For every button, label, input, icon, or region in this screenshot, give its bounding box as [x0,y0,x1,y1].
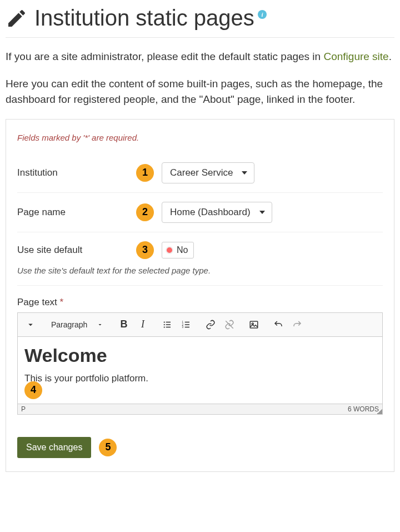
required-marker: * [60,297,64,307]
intro-text-post: . [389,51,392,62]
image-button[interactable] [246,316,262,333]
use-default-toggle[interactable]: No [162,242,194,258]
page-title: Institution static pages [34,6,254,31]
form-panel: Fields marked by '*' are required. Insti… [6,119,394,472]
chevron-down-icon [97,321,103,328]
page-name-select-value: Home (Dashboard) [170,207,251,217]
edit-icon [6,7,28,29]
redo-icon [292,320,302,330]
undo-icon [273,320,283,330]
use-default-value: No [177,245,188,255]
institution-row: Institution 1 Career Service [17,153,383,193]
institution-select[interactable]: Career Service [162,162,254,183]
editor-toolbar: Paragraph B I 123 [18,313,382,337]
institution-select-value: Career Service [170,167,233,178]
italic-button[interactable]: I [134,316,151,333]
step-marker-3: 3 [136,241,154,259]
use-default-help: Use the site's default text for the sele… [17,266,383,286]
page-name-select[interactable]: Home (Dashboard) [162,202,272,223]
chevron-down-icon [26,320,36,330]
save-row: Save changes 5 [17,437,383,458]
svg-point-0 [164,321,165,322]
editor-content[interactable]: Welcome This is your portfolio platform.… [18,337,382,404]
resize-handle[interactable] [377,409,382,414]
use-default-label: Use site default [17,245,128,256]
rich-text-editor: Paragraph B I 123 [17,312,383,415]
redo-button[interactable] [289,316,306,333]
svg-rect-5 [166,326,171,327]
bullet-list-icon [162,320,172,330]
image-icon [249,320,259,330]
toggle-indicator-icon [166,246,173,254]
institution-label: Institution [17,167,128,178]
word-count: 6 WORDS [348,405,379,413]
bullet-list-button[interactable] [159,316,176,333]
page-text-label: Page text * [17,297,383,308]
editor-statusbar: P 6 WORDS [18,404,382,414]
svg-rect-13 [250,321,258,328]
step-marker-1: 1 [136,164,154,182]
svg-point-2 [164,324,165,325]
bold-button[interactable]: B [116,316,132,333]
link-button[interactable] [202,316,219,333]
svg-rect-9 [185,324,189,325]
intro-paragraph-2: Here you can edit the content of some bu… [6,76,394,108]
svg-text:3: 3 [182,326,184,329]
page-name-label: Page name [17,207,128,218]
content-heading: Welcome [24,345,376,366]
numbered-list-icon: 123 [181,320,191,330]
info-icon[interactable]: i [258,10,267,19]
page-header: Institution static pages i [6,6,394,38]
svg-point-4 [164,326,165,327]
save-button[interactable]: Save changes [17,437,91,458]
svg-rect-7 [185,321,189,322]
step-marker-5: 5 [99,439,117,456]
svg-rect-3 [166,324,171,325]
configure-site-link[interactable]: Configure site [323,51,388,62]
page-text-label-text: Page text [17,297,57,307]
unlink-icon [224,320,234,330]
page-name-row: Page name 2 Home (Dashboard) [17,193,383,232]
undo-button[interactable] [270,316,287,333]
use-default-row: Use site default 3 No [17,232,383,262]
intro-text: If you are a site administrator, please … [6,51,323,62]
numbered-list-button[interactable]: 123 [178,316,194,333]
unlink-button[interactable] [221,316,238,333]
element-path[interactable]: P [21,405,26,413]
required-note: Fields marked by '*' are required. [17,133,383,142]
svg-rect-1 [166,321,171,322]
link-icon [206,320,216,330]
format-select[interactable]: Paragraph [47,318,108,331]
content-paragraph: This is your portfolio platform. [24,373,376,384]
toolbar-menu-toggle[interactable] [22,316,39,333]
step-marker-2: 2 [136,203,154,221]
format-select-value: Paragraph [51,320,87,329]
step-marker-4: 4 [24,381,42,399]
svg-rect-11 [185,326,189,327]
intro-paragraph-1: If you are a site administrator, please … [6,49,394,65]
